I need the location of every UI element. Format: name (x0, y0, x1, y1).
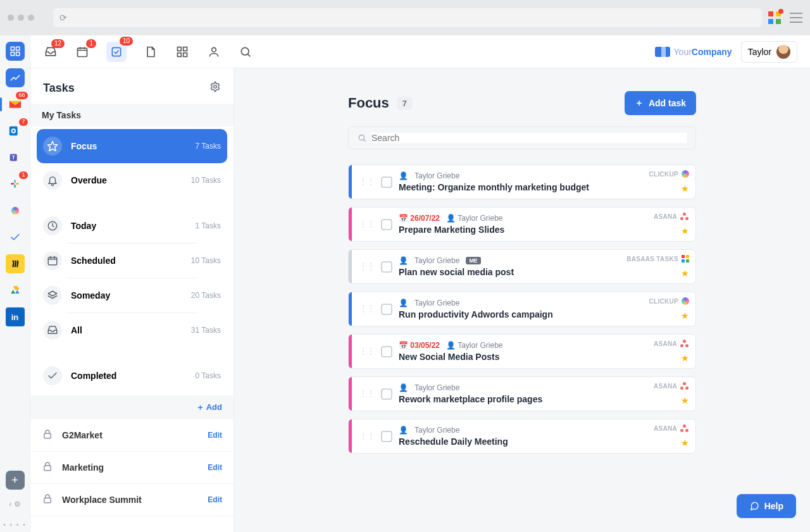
task-card[interactable]: ⋮⋮👤 Taylor GriebeMeeting: Organize month… (348, 164, 696, 199)
inbox-icon[interactable]: 12 (43, 44, 58, 59)
search-box[interactable] (348, 127, 696, 149)
drag-handle-icon[interactable]: ⋮⋮ (359, 264, 375, 269)
category-all[interactable]: All31 Tasks (37, 313, 227, 347)
drag-handle-icon[interactable]: ⋮⋮ (359, 392, 375, 396)
category-count: 31 Tasks (191, 326, 221, 335)
add-task-button[interactable]: ＋ Add task (625, 91, 696, 115)
help-button[interactable]: Help (737, 494, 796, 518)
rail-more[interactable]: • • • • (3, 521, 26, 528)
person-icon: 👤 (399, 383, 408, 392)
rail-analytics[interactable] (6, 68, 25, 87)
task-card[interactable]: ⋮⋮📅 03/05/22👤 Taylor GriebeNew Social Me… (348, 334, 696, 369)
task-card[interactable]: ⋮⋮👤 Taylor Griebe MEPlan new social medi… (348, 249, 696, 284)
rail-teams[interactable]: T (6, 148, 25, 167)
apps-icon[interactable] (175, 44, 190, 59)
star-icon[interactable]: ★ (681, 395, 689, 405)
task-checkbox[interactable] (381, 261, 392, 273)
svg-marker-25 (48, 291, 57, 296)
rail-slack[interactable]: 1 (6, 175, 25, 194)
svg-point-21 (214, 85, 217, 89)
refresh-icon[interactable]: ⟳ (59, 13, 67, 23)
search-input[interactable] (371, 133, 687, 143)
star-icon[interactable]: ★ (681, 353, 689, 363)
drag-handle-icon[interactable]: ⋮⋮ (359, 349, 375, 354)
calendar-icon[interactable]: 1 (75, 44, 90, 59)
category-label: Overdue (71, 175, 182, 185)
rail-add-button[interactable]: + (6, 471, 25, 490)
task-card[interactable]: ⋮⋮👤 Taylor GriebeReschedule Daily Meetin… (348, 419, 696, 454)
drag-handle-icon[interactable]: ⋮⋮ (359, 307, 375, 311)
category-overdue[interactable]: Overdue10 Tasks (37, 163, 227, 197)
rail-drive[interactable] (6, 281, 25, 300)
menu-icon[interactable] (790, 13, 802, 23)
category-someday[interactable]: Someday20 Tasks (37, 278, 227, 312)
url-bar[interactable]: ⟳ (53, 8, 762, 27)
due-date: 📅 03/05/22 (399, 341, 440, 350)
rail-home[interactable] (6, 42, 25, 61)
drag-handle-icon[interactable]: ⋮⋮ (359, 222, 375, 226)
due-date: 📅 26/07/22 (399, 214, 440, 223)
gear-icon[interactable] (209, 81, 221, 95)
task-source: CLICKUP (649, 297, 689, 305)
add-category-button[interactable]: ＋ Add (30, 395, 234, 419)
task-checkbox[interactable] (381, 219, 392, 230)
star-icon[interactable]: ★ (681, 226, 689, 236)
edit-link[interactable]: Edit (208, 463, 222, 472)
star-icon[interactable]: ★ (681, 268, 689, 278)
svg-rect-1 (16, 47, 19, 50)
task-checkbox[interactable] (381, 388, 392, 400)
profile-icon[interactable] (206, 44, 221, 59)
edit-link[interactable]: Edit (208, 431, 222, 440)
category-count: 1 Tasks (196, 221, 221, 230)
category-today[interactable]: Today1 Tasks (37, 209, 227, 243)
star-icon[interactable]: ★ (681, 311, 689, 321)
task-checkbox[interactable] (381, 176, 392, 188)
dot (8, 15, 14, 21)
star-icon[interactable]: ★ (681, 438, 689, 448)
check-icon (43, 366, 62, 385)
document-icon[interactable] (143, 44, 158, 59)
project-marketing[interactable]: MarketingEdit (30, 452, 234, 484)
assignee: Taylor Griebe (414, 426, 459, 435)
category-scheduled[interactable]: Scheduled10 Tasks (37, 244, 227, 278)
star-icon[interactable]: ★ (681, 183, 689, 194)
drag-handle-icon[interactable]: ⋮⋮ (359, 434, 375, 438)
left-panel: Tasks My Tasks Focus7 TasksOverdue10 Tas… (30, 68, 234, 532)
task-checkbox[interactable] (381, 346, 392, 357)
category-focus[interactable]: Focus7 Tasks (37, 129, 227, 163)
category-label: Scheduled (71, 256, 182, 266)
tasks-icon[interactable]: 10 (106, 42, 127, 62)
rail-linkedin[interactable]: in (6, 307, 25, 326)
badge: 1 (19, 171, 27, 179)
apps-grid-icon[interactable] (768, 11, 781, 24)
rail-clickup[interactable] (6, 201, 25, 220)
edit-link[interactable]: Edit (208, 495, 222, 504)
task-title: Run productivity Adwords campaign (399, 309, 688, 319)
project-workplace-summit[interactable]: Workplace SummitEdit (30, 484, 234, 516)
project-g2market[interactable]: G2MarketEdit (30, 419, 234, 452)
inbox-icon (43, 321, 62, 340)
category-completed[interactable]: Completed0 Tasks (37, 359, 227, 393)
task-source: ASANA (654, 213, 689, 220)
task-checkbox[interactable] (381, 431, 392, 442)
search-icon[interactable] (238, 44, 253, 59)
task-title: Plan new social media post (399, 267, 688, 277)
task-checkbox[interactable] (381, 304, 392, 315)
svg-text:T: T (11, 155, 15, 161)
rail-tasks-check[interactable] (6, 228, 25, 247)
task-card[interactable]: ⋮⋮👤 Taylor GriebeRun productivity Adword… (348, 292, 696, 326)
user-menu[interactable]: Taylor (741, 41, 797, 63)
rail-gmail[interactable]: 66 (6, 95, 25, 114)
task-card[interactable]: ⋮⋮👤 Taylor GriebeRework marketplace prof… (348, 376, 696, 411)
svg-rect-10 (14, 180, 16, 183)
drag-handle-icon[interactable]: ⋮⋮ (359, 180, 375, 184)
task-card[interactable]: ⋮⋮📅 26/07/22👤 Taylor GriebePrepare Marke… (348, 207, 696, 242)
rail-miro[interactable] (6, 254, 25, 273)
rail-outlook[interactable]: 7 (6, 121, 25, 140)
assignee: Taylor Griebe (414, 299, 459, 307)
badge: 7 (19, 118, 27, 126)
main-title: Focus (348, 95, 389, 111)
svg-rect-15 (178, 47, 182, 51)
rail-settings[interactable]: ‹ ⚙ (9, 500, 20, 509)
logo-mark-icon (655, 47, 670, 57)
